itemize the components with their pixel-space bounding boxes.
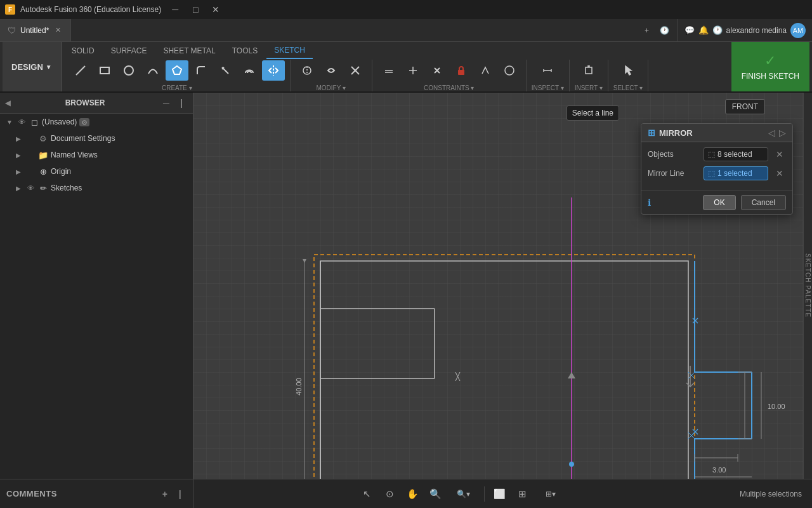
tab-sketch[interactable]: SKETCH [266, 43, 313, 59]
visibility-icon-origin[interactable] [25, 166, 36, 177]
pan-orbit-tool[interactable]: ⊙ [380, 484, 400, 504]
mirror-dialog-body: Objects ⬚ 8 selected ✕ Mirror Line ⬚ 1 s… [641, 142, 792, 190]
close-button[interactable]: ✕ [207, 3, 225, 16]
tab-surface[interactable]: SURFACE [103, 43, 155, 59]
browser-header: ◀ BROWSER ─ | [0, 93, 193, 114]
tab-untitled[interactable]: 🛡 Untitled* ✕ [0, 19, 71, 41]
mirror-dialog: ⊞ MIRROR ◁ ▷ Objects ⬚ 8 selected ✕ Mirr… [641, 123, 793, 215]
tab-solid[interactable]: SOLID [64, 43, 102, 59]
sketches-icon: ✏ [38, 183, 48, 193]
constraint-tool-6[interactable] [498, 60, 521, 81]
browser-controls: ─ | [160, 97, 188, 109]
mirror-expand-button[interactable]: ▷ [779, 128, 786, 138]
svg-rect-1 [100, 67, 109, 74]
modify-items [296, 60, 367, 81]
line-tool[interactable] [69, 60, 92, 81]
app-title: Autodesk Fusion 360 (Education License) [20, 5, 161, 14]
svg-text:10.00: 10.00 [768, 403, 785, 410]
svg-point-37 [569, 462, 574, 467]
mirror-title-text: MIRROR [659, 128, 693, 138]
arc-tool[interactable] [141, 60, 164, 81]
tab-label: Untitled* [20, 26, 49, 35]
mirror-dialog-footer: ℹ OK Cancel [641, 190, 792, 214]
pan-tool[interactable]: ✋ [403, 484, 423, 504]
browser-settings-button[interactable]: | [175, 97, 188, 109]
history-button[interactable]: 🕐 [657, 23, 672, 38]
mirror-line-clear-button[interactable]: ✕ [773, 167, 786, 180]
tree-label-unsaved: (Unsaved) [42, 117, 77, 126]
tab-bar: 🛡 Untitled* ✕ + 🕐 💬 🔔 🕐 alexandro medina… [0, 19, 812, 42]
mirror-line-select-icon: ⬚ [708, 169, 715, 178]
zoom-dropdown[interactable]: 🔍▾ [449, 484, 479, 504]
username: alexandro medina [726, 26, 787, 35]
visibility-icon-named-views[interactable] [25, 150, 36, 160]
modify-tool-1[interactable] [296, 60, 318, 81]
design-button[interactable]: DESIGN ▼ [3, 42, 62, 91]
constraints-group: CONSTRAINTS ▾ [372, 60, 527, 91]
fillet-tool[interactable] [190, 60, 213, 81]
modify-tool-2[interactable] [320, 60, 343, 81]
tree-item-origin[interactable]: ▶ ⊕ Origin [0, 163, 193, 180]
svg-marker-3 [173, 66, 181, 74]
minimize-button[interactable]: ─ [166, 3, 184, 16]
svg-point-17 [505, 66, 514, 75]
constraint-tool-3[interactable] [426, 60, 449, 81]
visibility-icon-doc-settings[interactable] [25, 133, 36, 144]
mirror-line-label: Mirror Line [648, 169, 698, 178]
constraint-tool-1[interactable] [377, 60, 400, 81]
constraint-tool-5[interactable] [474, 60, 497, 81]
cancel-button[interactable]: Cancel [741, 195, 786, 210]
trim-tool[interactable] [214, 60, 237, 81]
mirror-dialog-header: ⊞ MIRROR ◁ ▷ [641, 124, 792, 142]
inspect-label: INSPECT ▾ [532, 84, 564, 91]
visibility-icon-unsaved[interactable]: 👁 [16, 117, 27, 127]
maximize-button[interactable]: □ [187, 3, 204, 16]
mirror-collapse-button[interactable]: ◁ [768, 128, 775, 138]
circle-tool[interactable] [117, 60, 140, 81]
comments-expand-button[interactable]: + [159, 488, 171, 500]
insert-tool-1[interactable] [577, 60, 600, 81]
tab-tools[interactable]: TOOLS [225, 43, 265, 59]
constraint-tool-2[interactable] [402, 60, 424, 81]
create-group: CREATE ▾ [64, 60, 291, 91]
info-icon[interactable]: ℹ [648, 197, 651, 208]
grid-dropdown[interactable]: ⊞▾ [535, 484, 566, 504]
ok-button[interactable]: OK [703, 195, 735, 210]
comments-divider: | [174, 488, 187, 500]
grid-tool[interactable]: ⊞ [513, 484, 533, 504]
cursor-tool[interactable]: ↖ [357, 484, 377, 504]
tab-close-button[interactable]: ✕ [53, 25, 63, 36]
tree-item-unsaved[interactable]: ▼ 👁 ◻ (Unsaved) ⊙ [0, 114, 193, 130]
folder-icon: 📁 [38, 150, 48, 160]
user-area: 💬 🔔 🕐 alexandro medina AM [678, 19, 812, 41]
browser-panel: ◀ BROWSER ─ | ▼ 👁 ◻ (Unsaved) ⊙ ▶ ⚙ Docu… [0, 93, 193, 479]
rectangle-tool[interactable] [93, 60, 116, 81]
offset-tool[interactable] [238, 60, 261, 81]
finish-sketch-button[interactable]: ✓ FINISH SKETCH [731, 42, 809, 91]
tree-item-sketches[interactable]: ▶ 👁 ✏ Sketches [0, 180, 193, 196]
objects-select-button[interactable]: ⬚ 8 selected [704, 147, 768, 161]
inspect-items [536, 60, 559, 81]
mirror-line-select-button[interactable]: ⬚ 1 selected [704, 166, 768, 180]
select-tool-1[interactable] [617, 60, 639, 81]
polygon-tool[interactable] [166, 60, 188, 81]
mirror-line-row: Mirror Line ⬚ 1 selected ✕ [648, 166, 786, 180]
tab-sheet-metal[interactable]: SHEET METAL [155, 43, 223, 59]
constraints-items [377, 60, 521, 81]
constraint-lock[interactable] [450, 60, 473, 81]
tree-item-named-views[interactable]: ▶ 📁 Named Views [0, 147, 193, 163]
modify-tool-3[interactable] [344, 60, 367, 81]
inspect-tool-1[interactable] [536, 60, 559, 81]
new-tab-button[interactable]: + [639, 23, 655, 38]
design-label: DESIGN [11, 62, 43, 72]
mirror-tool[interactable] [262, 60, 285, 81]
unsaved-badge: ⊙ [79, 118, 89, 126]
zoom-tool[interactable]: 🔍 [426, 484, 446, 504]
visibility-icon-sketches[interactable]: 👁 [25, 183, 36, 193]
objects-clear-button[interactable]: ✕ [773, 148, 786, 161]
tree-item-doc-settings[interactable]: ▶ ⚙ Document Settings [0, 130, 193, 147]
app-icon: F [5, 4, 15, 15]
sketch-palette-label: SKETCH PALETTE [804, 253, 811, 318]
browser-collapse-button[interactable]: ─ [160, 97, 173, 109]
display-tool[interactable]: ⬜ [490, 484, 510, 504]
